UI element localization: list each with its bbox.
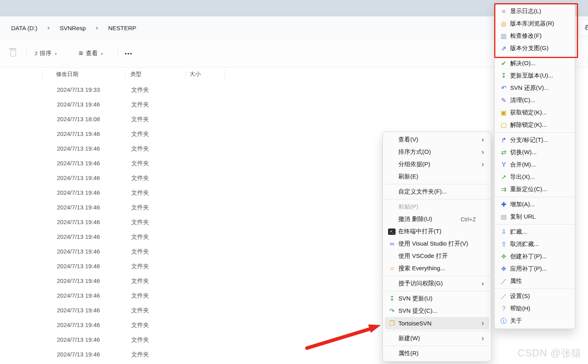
menu-item[interactable]: 授予访问权限(G) › — [385, 277, 489, 290]
file-row[interactable]: 2024/7/13 19:46 文件夹 — [0, 273, 382, 288]
view-button[interactable]: ≡ 查看 ∨ — [76, 45, 107, 61]
column-header-date-modified[interactable]: 修改日期 — [56, 68, 78, 81]
breadcrumb-drive[interactable]: DATA (D:) — [11, 16, 37, 40]
menu-item[interactable]: ⇩ 贮藏... › — [497, 226, 573, 238]
file-row[interactable]: 2024/7/13 19:46 文件夹 — [0, 97, 382, 112]
file-row[interactable]: 2024/7/13 19:46 文件夹 — [0, 215, 382, 229]
menu-item[interactable]: ❐ TortoiseSVN › — [385, 317, 489, 329]
file-row[interactable]: 2024/7/13 19:46 文件夹 — [0, 288, 382, 303]
file-row[interactable]: 2024/7/13 19:46 文件夹 — [0, 200, 382, 215]
menu-item-label: 使用 VSCode 打开 — [398, 252, 476, 260]
breadcrumb-folder-svnresp[interactable]: SVNResp — [60, 16, 86, 40]
menu-item[interactable]: ⓘ 关于 › — [497, 315, 573, 327]
menu-item[interactable]: 刷新(E) › — [385, 170, 489, 183]
sort-button[interactable]: ↑↓ 排序 ∨ — [32, 45, 60, 61]
menu-item[interactable]: ○ 搜索 Everything... › — [385, 262, 489, 275]
delete-button[interactable] — [7, 45, 19, 61]
menu-item[interactable]: ▢ 解除锁定(K)... › — [497, 119, 573, 131]
menu-item[interactable]: 新建(W) › — [385, 332, 489, 345]
file-row[interactable]: 2024/7/13 19:46 文件夹 — [0, 141, 382, 156]
menu-item[interactable]: 排序方式(O) › — [385, 146, 489, 158]
menu-item[interactable]: ⇉ 重新定位(C)... › — [497, 183, 573, 196]
merge-icon: Y — [500, 161, 508, 169]
menu-item[interactable]: ❖ 应用补丁(P)... › — [497, 263, 573, 275]
more-options-button[interactable]: ••• — [122, 45, 136, 61]
menu-item[interactable]: 查看(V) › — [385, 134, 489, 146]
file-row[interactable]: 2024/7/13 19:46 文件夹 — [0, 185, 382, 200]
menu-item[interactable]: ↧ 更新至版本(U)... › — [497, 70, 573, 82]
menu-item[interactable]: ◎ 版本库浏览器(R) › — [497, 17, 573, 30]
file-row[interactable]: 2024/7/13 19:33 文件夹 — [0, 82, 382, 97]
file-row[interactable]: 2024/7/13 19:46 文件夹 — [0, 259, 382, 273]
menu-item[interactable]: 分组依据(P) › — [385, 158, 489, 170]
tortoisesvn-folder-icon: ❐ — [388, 319, 396, 327]
file-row[interactable]: 2024/7/13 18:08 文件夹 — [0, 112, 382, 126]
column-divider[interactable] — [125, 70, 126, 79]
column-header-type[interactable]: 类型 — [130, 68, 142, 81]
context-menu: 查看(V) › 排序方式(O) › 分组依据(P) › 刷新(E) › 自定义文… — [382, 132, 491, 362]
menu-item-label: 授予访问权限(G) — [398, 280, 476, 287]
column-divider[interactable] — [225, 70, 225, 79]
menu-item-label: 清理(C)... — [510, 97, 560, 104]
breadcrumb-folder-nesterp[interactable]: NESTERP — [108, 16, 136, 40]
menu-item[interactable]: ／ 属性 › — [497, 275, 573, 287]
column-divider[interactable] — [42, 70, 43, 79]
menu-item-label: 更新至版本(U)... — [510, 72, 560, 79]
sort-button-label: 排序 — [40, 50, 52, 57]
update-to-revision-icon: ↧ — [500, 72, 508, 80]
stash-icon: ⇩ — [500, 228, 508, 236]
export-icon: ↗ — [500, 173, 508, 181]
menu-item[interactable]: ↶ SVN 还原(V)... › — [497, 82, 573, 94]
menu-item[interactable]: ↷ SVN 提交(C)... › — [385, 305, 489, 317]
menu-item[interactable]: 撤消 删除(U) Ctrl+Z › — [385, 213, 489, 225]
menu-item-label: 重新定位(C)... — [510, 186, 560, 193]
menu-item[interactable]: >_ 在终端中打开(T) › — [385, 225, 489, 238]
menu-item[interactable]: 属性(R) › — [385, 347, 489, 360]
submenu-chevron-icon: › — [481, 136, 486, 143]
menu-item[interactable]: ✔ 解决(O)... › — [497, 57, 573, 70]
menu-item[interactable]: ／ 设置(S) › — [497, 290, 573, 302]
menu-item[interactable]: ✚ 增加(A)... › — [497, 198, 573, 211]
menu-item[interactable]: ∞ 使用 Visual Studio 打开(V) › — [385, 238, 489, 250]
menu-item[interactable]: ⇗ 版本分支图(G) › — [497, 42, 573, 54]
menu-item[interactable]: Y 合并(M)... › — [497, 159, 573, 171]
file-row[interactable]: 2024/7/13 19:46 文件夹 — [0, 303, 382, 318]
menu-item-icon — [388, 161, 396, 168]
column-divider[interactable] — [186, 70, 186, 79]
menu-item[interactable]: ▣ 获取锁定(K)... › — [497, 106, 573, 119]
file-type: 文件夹 — [131, 215, 149, 229]
menu-item[interactable]: ≡ 显示日志(L) › — [497, 5, 573, 17]
file-row[interactable]: 2024/7/13 19:46 文件夹 — [0, 156, 382, 170]
menu-item[interactable]: 粘贴(P) › — [385, 201, 489, 213]
search-box[interactable]: 在 — [580, 20, 588, 36]
chevron-down-icon: ∨ — [54, 52, 57, 56]
menu-item-icon — [388, 280, 396, 288]
file-row[interactable]: 2024/7/13 19:46 文件夹 — [0, 170, 382, 185]
file-row[interactable]: 2024/7/13 19:46 文件夹 — [0, 332, 382, 347]
file-row[interactable]: 2024/7/13 19:46 文件夹 — [0, 126, 382, 141]
file-row[interactable]: 2024/7/13 19:46 文件夹 — [0, 347, 382, 362]
menu-item[interactable]: ✎ 清理(C)... › — [497, 94, 573, 106]
chevron-right-icon: › — [96, 16, 98, 40]
column-header-size[interactable]: 大小 — [190, 68, 201, 81]
menu-item[interactable]: ▥ 检查修改(F) › — [497, 30, 573, 42]
menu-item[interactable]: ❖ 创建补丁(P)... › — [497, 250, 573, 263]
menu-item[interactable]: 使用 VSCode 打开 › — [385, 250, 489, 262]
file-date-modified: 2024/7/13 19:46 — [57, 126, 100, 141]
menu-item-label: 取消贮藏... — [510, 240, 560, 248]
file-row[interactable]: 2024/7/13 19:46 文件夹 — [0, 318, 382, 332]
menu-item[interactable]: ⇄ 切换(W)... › — [497, 146, 573, 159]
menu-item[interactable]: 自定义文件夹(F)... › — [385, 186, 489, 198]
menu-separator — [495, 224, 574, 225]
menu-item[interactable]: ↧ SVN 更新(U) › — [385, 292, 489, 305]
menu-item[interactable]: ? 帮助(H) › — [497, 302, 573, 315]
file-row[interactable]: 2024/7/13 19:46 文件夹 — [0, 229, 382, 244]
menu-item[interactable]: ▤ 复制 URL › — [497, 211, 573, 223]
file-row[interactable]: 2024/7/13 19:46 文件夹 — [0, 244, 382, 259]
menu-separator — [495, 132, 574, 133]
menu-item[interactable]: ↗ 导出(X)... › — [497, 171, 573, 183]
menu-item-icon — [388, 350, 396, 358]
menu-item[interactable]: ↱ 分支/标记(T)... › — [497, 134, 573, 146]
menu-item[interactable]: ⇧ 取消贮藏... › — [497, 238, 573, 250]
unstash-icon: ⇧ — [500, 240, 508, 248]
